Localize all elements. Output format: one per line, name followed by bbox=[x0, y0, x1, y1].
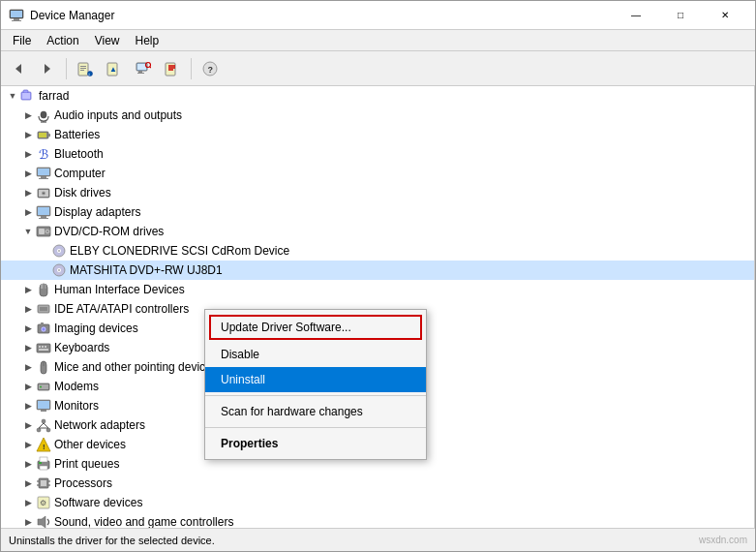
svg-rect-38 bbox=[41, 176, 46, 178]
ide-toggle[interactable]: ▶ bbox=[20, 301, 36, 317]
tree-item-disk[interactable]: ▶ Disk drives bbox=[1, 183, 754, 202]
watermark: wsxdn.com bbox=[699, 535, 747, 545]
computer-toggle[interactable]: ▶ bbox=[20, 166, 36, 181]
maximize-button[interactable]: □ bbox=[658, 1, 703, 30]
dvd-icon bbox=[36, 224, 51, 239]
batteries-label: Batteries bbox=[54, 128, 100, 141]
tree-item-dvd[interactable]: ▼ DVD/CD-ROM drives bbox=[1, 222, 754, 241]
modems-toggle[interactable]: ▶ bbox=[20, 379, 36, 394]
audio-toggle[interactable]: ▶ bbox=[20, 107, 36, 123]
svg-text:!: ! bbox=[43, 443, 45, 451]
mice-label: Mice and other pointing devices bbox=[54, 360, 218, 374]
svg-rect-49 bbox=[39, 229, 45, 234]
properties-toolbar-button[interactable]: i bbox=[72, 55, 99, 82]
svg-marker-4 bbox=[15, 64, 21, 74]
proc-icon bbox=[36, 475, 51, 491]
software-toggle[interactable]: ▶ bbox=[20, 495, 36, 510]
svg-rect-71 bbox=[39, 349, 48, 351]
tree-item-sound[interactable]: ▶ Sound, video and game controllers bbox=[1, 512, 754, 528]
forward-button[interactable] bbox=[34, 55, 61, 82]
window-title: Device Manager bbox=[30, 9, 114, 22]
dvd-toggle[interactable]: ▼ bbox=[20, 224, 36, 239]
tree-item-batteries[interactable]: ▶ Batteries bbox=[1, 125, 754, 144]
batteries-icon bbox=[36, 127, 51, 142]
svg-rect-2 bbox=[14, 18, 19, 20]
display-label: Display adapters bbox=[54, 205, 140, 219]
ctx-separator-1 bbox=[205, 395, 426, 396]
svg-rect-69 bbox=[42, 346, 44, 348]
hid-label: Human Interface Devices bbox=[54, 283, 185, 296]
tree-item-matshita[interactable]: ▶ MATSHITA DVD+-RW UJ8D1 bbox=[1, 261, 754, 280]
imaging-toggle[interactable]: ▶ bbox=[20, 321, 36, 336]
scan-toolbar-button[interactable] bbox=[130, 55, 157, 82]
other-toggle[interactable]: ▶ bbox=[20, 437, 36, 452]
menu-view[interactable]: View bbox=[87, 32, 128, 49]
close-button[interactable]: ✕ bbox=[703, 1, 747, 30]
svg-line-82 bbox=[39, 423, 44, 428]
svg-rect-66 bbox=[41, 322, 44, 325]
network-toggle[interactable]: ▶ bbox=[20, 417, 36, 433]
tree-root[interactable]: ▼ farrad bbox=[1, 86, 754, 106]
menu-help[interactable]: Help bbox=[128, 32, 167, 49]
hid-toggle[interactable]: ▶ bbox=[20, 282, 36, 297]
ctx-disable-label: Disable bbox=[221, 348, 259, 361]
svg-rect-59 bbox=[44, 284, 46, 289]
tree-panel[interactable]: ▼ farrad ▶ bbox=[1, 86, 755, 528]
monitors-toggle[interactable]: ▶ bbox=[20, 398, 36, 414]
tree-item-processors[interactable]: ▶ Processors bbox=[1, 474, 754, 493]
menu-action[interactable]: Action bbox=[39, 32, 86, 49]
audio-icon bbox=[36, 107, 51, 123]
keyboards-toggle[interactable]: ▶ bbox=[20, 340, 36, 355]
display-toggle[interactable]: ▶ bbox=[20, 204, 36, 220]
ctx-uninstall[interactable]: Uninstall bbox=[205, 367, 426, 392]
tree-item-elby[interactable]: ▶ ELBY CLONEDRIVE SCSI CdRom Device bbox=[1, 241, 754, 261]
tree-item-display[interactable]: ▶ Display adapters bbox=[1, 202, 754, 222]
svg-rect-70 bbox=[45, 346, 46, 348]
imaging-label: Imaging devices bbox=[54, 322, 138, 335]
tree-item-hid[interactable]: ▶ Human Interface Devices bbox=[1, 280, 754, 299]
ctx-update-driver[interactable]: Update Driver Software... bbox=[209, 315, 422, 340]
tree-item-bluetooth[interactable]: ▶ ℬ Bluetooth bbox=[1, 144, 754, 164]
main-area: ▼ farrad ▶ bbox=[1, 86, 755, 528]
back-button[interactable] bbox=[5, 55, 32, 82]
ctx-scan[interactable]: Scan for hardware changes bbox=[205, 399, 426, 424]
ctx-separator-2 bbox=[205, 427, 426, 428]
elby-icon bbox=[51, 243, 67, 259]
sound-toggle[interactable]: ▶ bbox=[20, 514, 36, 528]
ctx-disable[interactable]: Disable bbox=[205, 342, 426, 367]
help-icon: ? bbox=[202, 61, 218, 77]
svg-point-80 bbox=[37, 428, 41, 432]
toolbar: i ▲ bbox=[1, 51, 755, 86]
update-driver-toolbar-button[interactable]: ▲ bbox=[101, 55, 128, 82]
svg-point-43 bbox=[43, 193, 45, 195]
tree-item-software[interactable]: ▶ ⚙ Software devices bbox=[1, 493, 754, 512]
matshita-label: MATSHITA DVD+-RW UJ8D1 bbox=[70, 263, 223, 277]
svg-rect-15 bbox=[137, 64, 146, 70]
ctx-uninstall-label: Uninstall bbox=[221, 373, 265, 386]
ide-label: IDE ATA/ATAPI controllers bbox=[54, 302, 189, 316]
disk-toggle[interactable]: ▶ bbox=[20, 185, 36, 200]
monitors-icon bbox=[36, 398, 51, 414]
tree-item-audio[interactable]: ▶ Audio inputs and outputs bbox=[1, 106, 754, 125]
svg-rect-90 bbox=[39, 462, 42, 464]
other-icon: ! bbox=[36, 437, 51, 452]
computer-label: Computer bbox=[54, 167, 106, 180]
batteries-toggle[interactable]: ▶ bbox=[20, 127, 36, 142]
print-toggle[interactable]: ▶ bbox=[20, 456, 36, 472]
root-toggle[interactable]: ▼ bbox=[5, 88, 20, 104]
menu-file[interactable]: File bbox=[5, 32, 39, 49]
bluetooth-toggle[interactable]: ▶ bbox=[20, 146, 36, 162]
minimize-button[interactable]: — bbox=[614, 1, 658, 30]
proc-label: Processors bbox=[54, 476, 112, 490]
mice-toggle[interactable]: ▶ bbox=[20, 359, 36, 375]
status-text: Uninstalls the driver for the selected d… bbox=[9, 535, 215, 546]
imaging-icon bbox=[36, 321, 51, 336]
proc-toggle[interactable]: ▶ bbox=[20, 475, 36, 491]
svg-rect-17 bbox=[137, 73, 144, 74]
uninstall-toolbar-button[interactable] bbox=[159, 55, 186, 82]
svg-point-81 bbox=[46, 428, 50, 432]
svg-point-51 bbox=[46, 230, 48, 232]
tree-item-computer[interactable]: ▶ Computer bbox=[1, 164, 754, 183]
ctx-properties[interactable]: Properties bbox=[205, 431, 426, 456]
help-toolbar-button[interactable]: ? bbox=[197, 55, 224, 82]
